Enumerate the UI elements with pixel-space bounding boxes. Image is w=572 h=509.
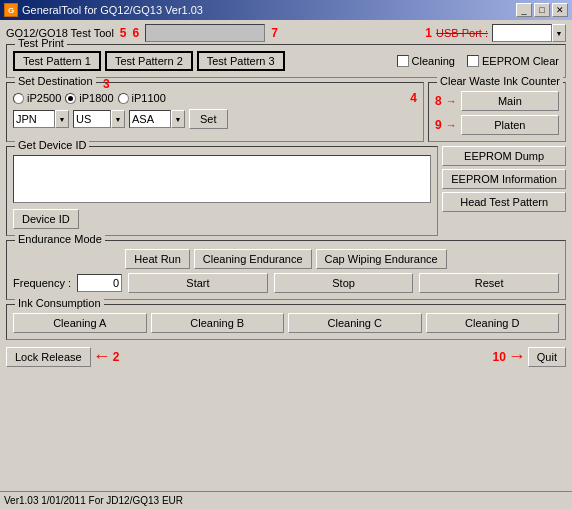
status-text: Ver1.03 1/01/2011 For JD12/GQ13 EUR [4,495,183,506]
test-pattern-2-button[interactable]: Test Pattern 2 [105,51,193,71]
right-buttons: EEPROM Dump EEPROM Information Head Test… [442,146,566,236]
cleaning-label: Cleaning [412,55,455,67]
number-7: 7 [271,26,278,40]
cleaning-b-button[interactable]: Cleaning B [151,313,285,333]
number-8: 8 [435,94,442,108]
set-dest-label: Set Destination [15,75,96,87]
number-4: 4 [410,91,417,105]
radio-ip1800-item: iP1800 [65,92,113,104]
app-icon: G [4,3,18,17]
device-id-button[interactable]: Device ID [13,209,79,229]
radio-ip1800-label: iP1800 [79,92,113,104]
radio-ip1100-label: iP1100 [132,92,166,104]
radio-ip1800[interactable] [65,93,76,104]
asa-combo[interactable]: ASA [129,110,171,128]
set-destination-group: Set Destination 3 iP2500 iP1800 iP1100 4 [6,82,424,142]
clear-waste-label: Clear Waste Ink Counter [437,75,563,87]
radio-ip2500-item: iP2500 [13,92,61,104]
radio-ip1100-item: iP1100 [118,92,166,104]
test-pattern-1-button[interactable]: Test Pattern 1 [13,51,101,71]
get-device-id-group: Get Device ID Device ID [6,146,438,236]
frequency-label: Frequency : [13,277,71,289]
usb-combo[interactable] [492,24,552,42]
minimize-button[interactable]: _ [516,3,532,17]
status-bar: Ver1.03 1/01/2011 For JD12/GQ13 EUR [0,491,572,509]
arrow-left-icon: ← [93,346,111,367]
platen-button[interactable]: Platen [461,115,559,135]
eeprom-dump-button[interactable]: EEPROM Dump [442,146,566,166]
asa-combo-arrow[interactable]: ▼ [171,110,185,128]
cleaning-d-button[interactable]: Cleaning D [426,313,560,333]
arrow-right-icon: → [508,346,526,367]
usb-port-label: USB Port : [436,27,488,39]
endurance-label: Endurance Mode [15,233,105,245]
cleaning-checkbox-item: Cleaning [397,55,455,67]
number-5: 5 [120,26,127,40]
set-button[interactable]: Set [189,109,228,129]
ink-consumption-label: Ink Consumption [15,297,104,309]
heat-run-button[interactable]: Heat Run [125,249,189,269]
clear-waste-group: Clear Waste Ink Counter 8 → Main 9 → Pla… [428,82,566,142]
lock-release-button[interactable]: Lock Release [6,347,91,367]
jpn-combo-arrow[interactable]: ▼ [55,110,69,128]
device-id-textarea[interactable] [13,155,431,203]
us-combo-arrow[interactable]: ▼ [111,110,125,128]
radio-ip2500-label: iP2500 [27,92,61,104]
stop-button[interactable]: Stop [274,273,414,293]
radio-ip1100[interactable] [118,93,129,104]
eeprom-info-button[interactable]: EEPROM Information [442,169,566,189]
get-device-id-label: Get Device ID [15,139,89,151]
display-box [145,24,265,42]
start-button[interactable]: Start [128,273,268,293]
eeprom-clear-checkbox[interactable] [467,55,479,67]
head-test-button[interactable]: Head Test Pattern [442,192,566,212]
test-print-group: Test Print Test Pattern 1 Test Pattern 2… [6,44,566,78]
usb-combo-arrow[interactable]: ▼ [552,24,566,42]
close-button[interactable]: ✕ [552,3,568,17]
eeprom-clear-label: EEPROM Clear [482,55,559,67]
endurance-group: Endurance Mode Heat Run Cleaning Enduran… [6,240,566,300]
jpn-combo[interactable]: JPN [13,110,55,128]
cleaning-c-button[interactable]: Cleaning C [288,313,422,333]
title-bar-text: GeneralTool for GQ12/GQ13 Ver1.03 [22,4,203,16]
number-2: 2 [113,350,120,364]
cleaning-checkbox[interactable] [397,55,409,67]
restore-button[interactable]: □ [534,3,550,17]
number-10: 10 [492,350,505,364]
eeprom-clear-checkbox-item: EEPROM Clear [467,55,559,67]
main-button[interactable]: Main [461,91,559,111]
number-3: 3 [103,77,110,91]
jpn-combo-wrap: JPN ▼ [13,110,69,128]
asa-combo-wrap: ASA ▼ [129,110,185,128]
clean-endurance-button[interactable]: Cleaning Endurance [194,249,312,269]
us-combo-wrap: US ▼ [73,110,125,128]
quit-button[interactable]: Quit [528,347,566,367]
number-9: 9 [435,118,442,132]
test-print-label: Test Print [15,37,67,49]
number-1: 1 [425,26,432,40]
title-bar: G GeneralTool for GQ12/GQ13 Ver1.03 _ □ … [0,0,572,20]
radio-ip2500[interactable] [13,93,24,104]
main-window: GQ12/GQ18 Test Tool 5 6 7 1 USB Port : ▼… [0,20,572,373]
ink-consumption-group: Ink Consumption Cleaning A Cleaning B Cl… [6,304,566,340]
test-pattern-3-button[interactable]: Test Pattern 3 [197,51,285,71]
cap-wiping-button[interactable]: Cap Wiping Endurance [316,249,447,269]
reset-button[interactable]: Reset [419,273,559,293]
frequency-input[interactable] [77,274,122,292]
number-6: 6 [133,26,140,40]
bottom-bar: Lock Release ← 2 10 → Quit [6,344,566,369]
cleaning-a-button[interactable]: Cleaning A [13,313,147,333]
us-combo[interactable]: US [73,110,111,128]
